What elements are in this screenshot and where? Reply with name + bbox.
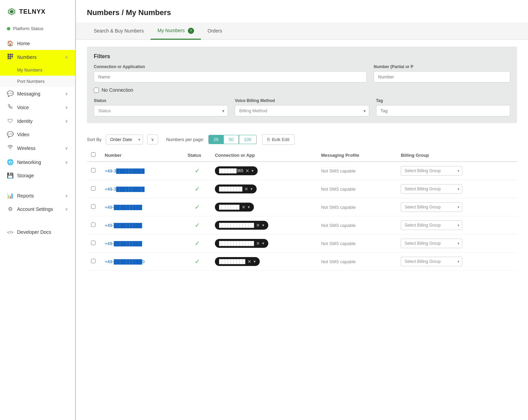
select-all-checkbox[interactable] — [91, 152, 95, 157]
row-number-5: +49-█████████0 — [101, 253, 183, 271]
row-checkbox-1[interactable] — [91, 186, 95, 191]
filter-number-label: Number (Partial or P — [374, 64, 510, 69]
page-title: Numbers / My Numbers — [87, 8, 517, 17]
connection-remove-1[interactable]: ✕ — [244, 186, 248, 192]
filter-voice-billing-select[interactable]: Billing Method — [235, 105, 369, 116]
filter-number-group: Number (Partial or P — [374, 64, 510, 82]
platform-status[interactable]: Platform Status — [0, 23, 75, 34]
tab-search-buy[interactable]: Search & Buy Numbers — [87, 23, 151, 39]
sidebar-video-label: Video — [17, 132, 68, 137]
row-checkbox-3[interactable] — [91, 222, 95, 227]
sidebar-nav: 🏠 Home Numbers ∧ My Numb — [0, 37, 75, 238]
bulk-edit-label: Bulk Edit — [272, 137, 289, 142]
filter-status-label: Status — [94, 98, 228, 103]
row-checkbox-0[interactable] — [91, 168, 95, 173]
col-header-messaging[interactable]: Messaging Profile — [317, 149, 397, 162]
connection-remove-5[interactable]: ✕ — [247, 259, 252, 264]
per-page-100-button[interactable]: 100 — [239, 135, 257, 144]
col-header-number[interactable]: Number — [101, 149, 183, 162]
filter-tag-input[interactable] — [376, 105, 510, 116]
table-row: +49-3█████████ ✓ ██████365 ✕ ▾ Not SMS c… — [87, 162, 517, 180]
row-checkbox-cell — [87, 234, 101, 253]
main-content: Numbers / My Numbers Search & Buy Number… — [76, 0, 528, 420]
filter-tag-label: Tag — [376, 98, 510, 103]
billing-select-3[interactable]: Select Billing Group Select Billing Grou… — [401, 220, 462, 230]
status-active-icon: ✓ — [195, 258, 200, 265]
col-header-billing[interactable]: Billing Group — [397, 149, 517, 162]
status-active-icon: ✓ — [195, 167, 200, 174]
networking-chevron: ∨ — [65, 160, 68, 165]
billing-select-5[interactable]: Select Billing Group Select Billing Grou… — [401, 257, 462, 266]
row-checkbox-cell — [87, 216, 101, 234]
sort-select[interactable]: Order Date — [106, 135, 143, 144]
svg-rect-7 — [10, 56, 11, 58]
numbers-chevron: ∧ — [65, 55, 68, 60]
filter-status-group: Status Status — [94, 98, 228, 116]
tab-orders[interactable]: Orders — [201, 23, 229, 39]
sidebar-item-wireless[interactable]: Wireless ∨ — [0, 141, 75, 155]
sidebar-item-networking[interactable]: 🌐 Networking ∨ — [0, 155, 75, 169]
billing-select-1[interactable]: Select Billing Group Select Billing Grou… — [401, 184, 462, 194]
per-page-25-button[interactable]: 25 — [208, 135, 223, 144]
sidebar-item-port-numbers[interactable]: Port Numbers — [0, 76, 75, 87]
brand-name: TELNYX — [19, 8, 46, 15]
sidebar-item-identity[interactable]: 🛡 Identity ∨ — [0, 115, 75, 128]
sidebar-item-numbers[interactable]: Numbers ∧ — [0, 50, 75, 64]
tab-my-numbers[interactable]: My Numbers ? — [151, 23, 201, 40]
no-connection-checkbox[interactable] — [94, 88, 99, 93]
messaging-chevron: ∨ — [65, 91, 68, 96]
sidebar-item-developer-docs[interactable]: </> Developer Docs — [0, 226, 75, 238]
sidebar-item-account-settings[interactable]: ⚙ Account Settings ∨ — [0, 202, 75, 216]
filter-number-input[interactable] — [374, 71, 510, 82]
connection-remove-0[interactable]: ✕ — [245, 168, 249, 174]
table-row: +49-█████████ ✓ ████████████ ✕ ▾ Not SMS… — [87, 216, 517, 234]
row-connection-2: ███████ ✕ ▾ — [211, 198, 317, 216]
row-checkbox-5[interactable] — [91, 259, 95, 263]
row-messaging-4: Not SMS capable — [317, 234, 397, 253]
connection-dropdown-1[interactable]: ▾ — [250, 187, 253, 191]
row-connection-3: ████████████ ✕ ▾ — [211, 216, 317, 234]
sort-by-label: Sort By — [87, 137, 102, 142]
connection-dropdown-4[interactable]: ▾ — [262, 241, 264, 246]
row-status-2: ✓ — [183, 198, 211, 216]
row-checkbox-cell — [87, 253, 101, 271]
row-connection-5: █████████ ✕ ▾ — [211, 253, 317, 271]
filters-first-row: Connection or Application No Connection … — [94, 64, 510, 93]
sidebar-item-voice[interactable]: Voice ∨ — [0, 100, 75, 115]
connection-remove-3[interactable]: ✕ — [256, 222, 260, 228]
connection-dropdown-0[interactable]: ▾ — [252, 168, 254, 173]
sort-direction-button[interactable]: ∨ — [147, 135, 158, 144]
sidebar-item-messaging[interactable]: 💬 Messaging ∨ — [0, 87, 75, 100]
logo: TELNYX — [0, 0, 75, 23]
billing-select-2[interactable]: Select Billing Group Select Billing Grou… — [401, 202, 462, 212]
sidebar: TELNYX Platform Status 🏠 Home — [0, 0, 75, 420]
col-header-connection[interactable]: Connection or App — [211, 149, 317, 162]
connection-remove-2[interactable]: ✕ — [242, 204, 246, 210]
col-header-status[interactable]: Status — [183, 149, 211, 162]
connection-remove-4[interactable]: ✕ — [256, 241, 260, 246]
row-messaging-3: Not SMS capable — [317, 216, 397, 234]
connection-dropdown-3[interactable]: ▾ — [262, 223, 264, 228]
connection-dropdown-2[interactable]: ▾ — [248, 205, 250, 209]
account-settings-icon: ⚙ — [7, 206, 14, 212]
sidebar-item-my-numbers[interactable]: My Numbers — [0, 64, 75, 76]
svg-rect-3 — [8, 54, 9, 55]
sidebar-item-storage[interactable]: 💾 Storage — [0, 169, 75, 182]
filter-status-select[interactable]: Status — [94, 105, 228, 116]
tab-my-numbers-label: My Numbers — [157, 28, 184, 33]
row-checkbox-2[interactable] — [91, 204, 95, 209]
billing-select-0[interactable]: Select Billing Group Select Billing Grou… — [401, 166, 462, 176]
sidebar-item-home[interactable]: 🏠 Home — [0, 37, 75, 50]
no-connection-row: No Connection — [94, 87, 367, 93]
connection-dropdown-5[interactable]: ▾ — [254, 259, 256, 264]
per-page-50-button[interactable]: 50 — [223, 135, 239, 144]
bulk-edit-button[interactable]: ⎘ Bulk Edit — [262, 134, 295, 145]
filter-connection-input[interactable] — [94, 71, 367, 82]
billing-select-4[interactable]: Select Billing Group Select Billing Grou… — [401, 239, 462, 248]
sidebar-item-reports[interactable]: 📊 Reports ∨ — [0, 189, 75, 202]
wireless-chevron: ∨ — [65, 146, 68, 151]
row-checkbox-4[interactable] — [91, 241, 95, 245]
status-indicator — [7, 27, 10, 30]
numbers-submenu: My Numbers Port Numbers — [0, 64, 75, 87]
sidebar-item-video[interactable]: 💬 Video — [0, 128, 75, 141]
